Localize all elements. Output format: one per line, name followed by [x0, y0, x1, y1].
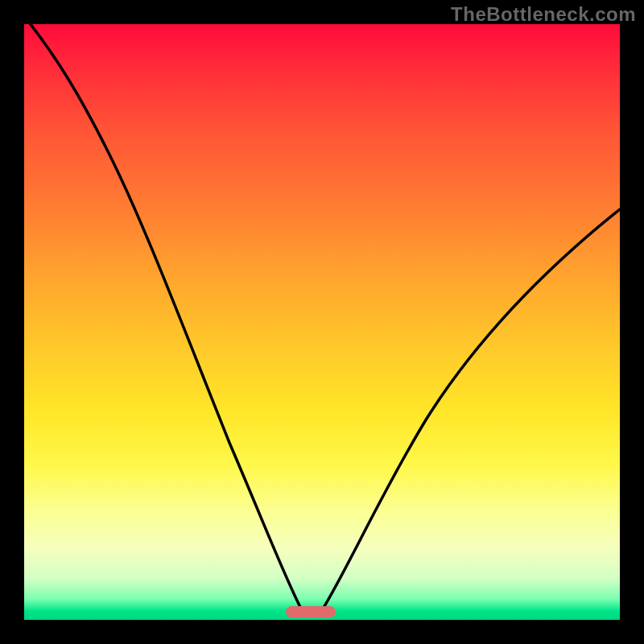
- chart-frame: TheBottleneck.com: [0, 0, 644, 644]
- bottleneck-curve: [24, 24, 620, 620]
- attribution-text: TheBottleneck.com: [451, 3, 636, 26]
- optimal-marker: [286, 606, 336, 617]
- curve-left-branch: [24, 24, 302, 610]
- curve-right-branch: [322, 209, 620, 610]
- plot-area: [24, 24, 620, 620]
